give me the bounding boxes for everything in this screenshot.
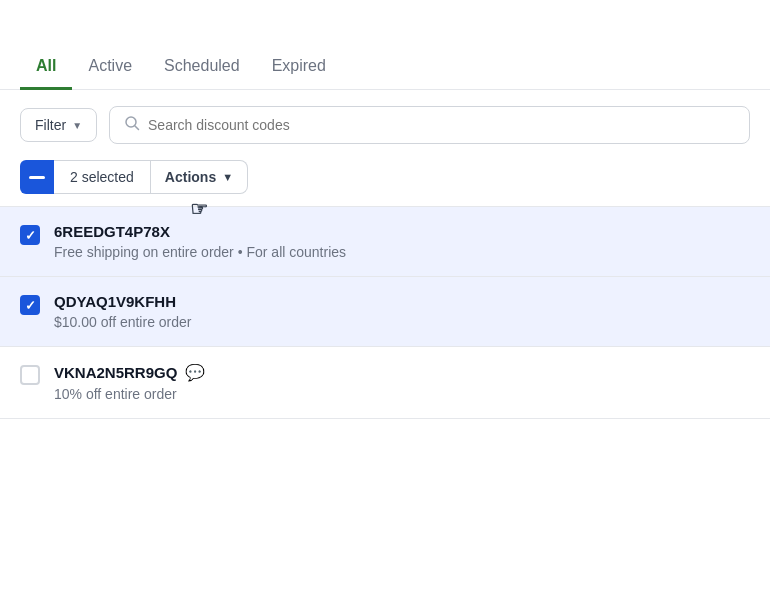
discount-item-1: ✓ 6REEDGT4P78X Free shipping on entire o… (0, 207, 770, 277)
tabs-container: All Active Scheduled Expired (0, 0, 770, 90)
selection-bar: 2 selected Actions ▼ ☞ (0, 160, 770, 206)
deselect-all-button[interactable] (20, 160, 54, 194)
discount-info-3: VKNA2N5RR9GQ 💬 10% off entire order (54, 363, 750, 402)
toolbar: Filter ▼ (0, 90, 770, 160)
discount-desc-2: $10.00 off entire order (54, 314, 750, 330)
tab-all[interactable]: All (20, 45, 72, 90)
selected-count: 2 selected (54, 160, 151, 194)
discount-desc-3: 10% off entire order (54, 386, 750, 402)
checkmark-icon: ✓ (25, 229, 36, 242)
actions-button[interactable]: Actions ▼ ☞ (151, 160, 248, 194)
discount-code-3[interactable]: VKNA2N5RR9GQ 💬 (54, 363, 750, 382)
checkbox-1[interactable]: ✓ (20, 225, 40, 245)
svg-line-1 (135, 126, 139, 130)
filter-button[interactable]: Filter ▼ (20, 108, 97, 142)
discount-list: ✓ 6REEDGT4P78X Free shipping on entire o… (0, 206, 770, 419)
checkbox-3[interactable] (20, 365, 40, 385)
discount-item-3: VKNA2N5RR9GQ 💬 10% off entire order (0, 347, 770, 419)
filter-label: Filter (35, 117, 66, 133)
discount-info-2: QDYAQ1V9KFHH $10.00 off entire order (54, 293, 750, 330)
tab-active[interactable]: Active (72, 45, 148, 90)
chevron-down-icon: ▼ (222, 171, 233, 183)
tab-expired[interactable]: Expired (256, 45, 342, 90)
discount-info-1: 6REEDGT4P78X Free shipping on entire ord… (54, 223, 750, 260)
checkmark-icon: ✓ (25, 299, 36, 312)
minus-icon (29, 176, 45, 179)
search-icon (124, 115, 140, 135)
tab-scheduled[interactable]: Scheduled (148, 45, 256, 90)
discount-item-2: ✓ QDYAQ1V9KFHH $10.00 off entire order (0, 277, 770, 347)
actions-label: Actions (165, 169, 216, 185)
checkbox-2[interactable]: ✓ (20, 295, 40, 315)
search-input[interactable] (148, 117, 735, 133)
chevron-down-icon: ▼ (72, 120, 82, 131)
comment-badge-icon: 💬 (185, 363, 205, 382)
discount-code-1[interactable]: 6REEDGT4P78X (54, 223, 750, 240)
search-container (109, 106, 750, 144)
discount-code-2[interactable]: QDYAQ1V9KFHH (54, 293, 750, 310)
discount-desc-1: Free shipping on entire order • For all … (54, 244, 750, 260)
